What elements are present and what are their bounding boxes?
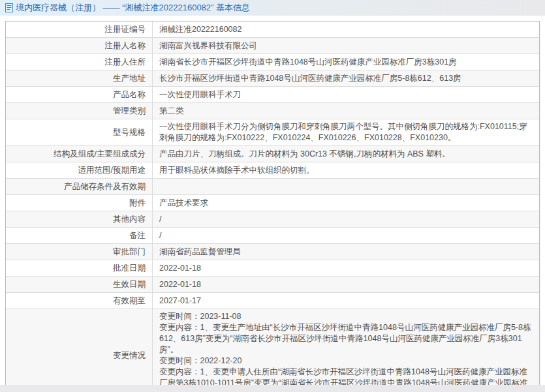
row-value: 产品由刀片、刀柄组成。刀片的材料为 30Cr13 不锈钢,刀柄的材料为 ABS … xyxy=(153,146,539,162)
page-header: 境内医疗器械（注册） —— “湘械注准20222160082” 基本信息 xyxy=(0,0,545,16)
row-value-text: 第二类 xyxy=(159,106,184,117)
row-value-text: / xyxy=(159,214,161,225)
row-label: 产品储存条件及有效期 xyxy=(6,179,153,194)
row-value-text: 变更时间：2023-11-08 变更内容：1、变更生产地址由“长沙市开福区沙坪街… xyxy=(159,311,533,392)
row-label: 备注 xyxy=(6,228,153,243)
row-label-text: 变更情况 xyxy=(113,350,146,361)
row-value-text: / xyxy=(159,230,161,241)
row-label-text: 审批部门 xyxy=(113,247,146,258)
bottom-strip xyxy=(0,385,545,392)
table-row: 适用范围/预期用途 用于眼科晶状体摘除手术中软组织的切割。 xyxy=(6,162,539,178)
row-label-text: 注册人名称 xyxy=(105,40,146,52)
row-value: 第二类 xyxy=(153,103,539,119)
row-value-text: 2022-01-18 xyxy=(159,279,201,290)
table-row: 审批部门 湖南省药品监督管理局 xyxy=(6,243,539,260)
row-label: 审批部门 xyxy=(6,244,153,260)
row-value-text: 产品由刀片、刀柄组成。刀片的材料为 30Cr13 不锈钢,刀柄的材料为 ABS … xyxy=(159,149,450,160)
row-value: 2022-01-18 xyxy=(153,277,539,292)
row-label-text: 适用范围/预期用途 xyxy=(78,165,146,176)
table-row: 管理类别 第二类 xyxy=(6,102,539,119)
table-row: 有效期至 2027-01-17 xyxy=(6,292,539,309)
row-value-text: 产品技术要求 xyxy=(159,198,208,209)
row-label: 结构及组成/主要组成成分 xyxy=(6,146,153,162)
row-label-text: 批准日期 xyxy=(113,263,146,274)
row-value: 变更时间：2023-11-08 变更内容：1、变更生产地址由“长沙市开福区沙坪街… xyxy=(153,309,539,392)
table-row: 生产地址 长沙市开福区沙坪街道中青路1048号山河医药健康产业园标准厂房5-8栋… xyxy=(6,70,539,86)
row-value: 产品技术要求 xyxy=(153,195,539,211)
row-value-text: 湖南富兴视界科技有限公司 xyxy=(159,40,257,52)
table-row: 型号规格 一次性使用眼科手术刀分为侧切角膜刀和穿刺角膜刀两个型号。其中侧切角膜刀… xyxy=(6,119,539,145)
row-value: 湘械注准20222160082 xyxy=(153,22,539,37)
table-row: 结构及组成/主要组成成分 产品由刀片、刀柄组成。刀片的材料为 30Cr13 不锈… xyxy=(6,145,539,162)
row-value: / xyxy=(153,228,539,243)
row-value-text: 湖南省药品监督管理局 xyxy=(159,247,241,258)
row-label: 生效日期 xyxy=(6,277,153,292)
registration-info-table: 注册证编号 湘械注准20222160082 注册人名称 湖南富兴视界科技有限公司… xyxy=(5,21,540,392)
row-label-text: 有效期至 xyxy=(113,295,146,307)
row-label-text: 生产地址 xyxy=(113,73,146,84)
table-row: 变更情况 变更时间：2023-11-08 变更内容：1、变更生产地址由“长沙市开… xyxy=(6,309,539,392)
row-label: 批准日期 xyxy=(6,260,153,276)
row-value-text: 一次性使用眼科手术刀分为侧切角膜刀和穿刺角膜刀两个型号。其中侧切角膜刀的规格为:… xyxy=(159,121,533,143)
row-value: 一次性使用眼科手术刀 xyxy=(153,87,539,102)
row-label: 其他内容 xyxy=(6,211,153,227)
row-label: 变更情况 xyxy=(6,309,153,392)
row-value-text: 长沙市开福区沙坪街道中青路1048号山河医药健康产业园标准厂房5-8栋612、6… xyxy=(159,73,461,84)
row-label: 适用范围/预期用途 xyxy=(6,162,153,178)
row-value-text: 2027-01-17 xyxy=(159,295,201,307)
row-label: 注册人名称 xyxy=(6,38,153,53)
row-label-text: 注册证编号 xyxy=(105,24,146,35)
row-value-text: 湖南省长沙市开福区沙坪街道中青路1048号山河医药健康产业园标准厂房3栋301房 xyxy=(159,57,457,68)
row-label: 生产地址 xyxy=(6,70,153,86)
table-row: 注册证编号 湘械注准20222160082 xyxy=(6,22,539,37)
table-row: 附件 产品技术要求 xyxy=(6,194,539,211)
row-label: 型号规格 xyxy=(6,119,153,145)
row-value: 湖南省药品监督管理局 xyxy=(153,244,539,260)
row-label: 注册证编号 xyxy=(6,22,153,37)
table-row: 其他内容 / xyxy=(6,211,539,227)
row-label: 注册人住所 xyxy=(6,54,153,70)
row-label: 有效期至 xyxy=(6,293,153,309)
row-label-text: 管理类别 xyxy=(113,106,146,117)
row-label-text: 结构及组成/主要组成成分 xyxy=(54,149,146,160)
row-label-text: 生效日期 xyxy=(113,279,146,290)
table-row: 生效日期 2022-01-18 xyxy=(6,276,539,292)
row-value: / xyxy=(153,211,539,227)
row-label-text: 产品名称 xyxy=(113,89,146,100)
table-row: 备注 / xyxy=(6,227,539,243)
table-row: 注册人名称 湖南富兴视界科技有限公司 xyxy=(6,37,539,53)
row-value-text: 2022-01-18 xyxy=(159,263,201,274)
row-value: 2022-01-18 xyxy=(153,260,539,276)
row-label-text: 产品储存条件及有效期 xyxy=(64,181,146,192)
row-value xyxy=(153,179,539,194)
row-value: 长沙市开福区沙坪街道中青路1048号山河医药健康产业园标准厂房5-8栋612、6… xyxy=(153,70,539,86)
row-value: 一次性使用眼科手术刀分为侧切角膜刀和穿刺角膜刀两个型号。其中侧切角膜刀的规格为:… xyxy=(153,119,539,145)
row-label: 管理类别 xyxy=(6,103,153,119)
row-value: 2027-01-17 xyxy=(153,293,539,309)
table-row: 产品名称 一次性使用眼科手术刀 xyxy=(6,86,539,102)
table-row: 批准日期 2022-01-18 xyxy=(6,260,539,276)
row-value-text: 一次性使用眼科手术刀 xyxy=(159,89,241,100)
row-value-text: 用于眼科晶状体摘除手术中软组织的切割。 xyxy=(159,165,315,176)
row-label-text: 注册人住所 xyxy=(105,57,146,68)
row-value: 湖南省长沙市开福区沙坪街道中青路1048号山河医药健康产业园标准厂房3栋301房 xyxy=(153,54,539,70)
row-value: 湖南富兴视界科技有限公司 xyxy=(153,38,539,53)
row-label-text: 型号规格 xyxy=(113,127,146,138)
document-icon xyxy=(5,3,13,12)
row-label: 产品名称 xyxy=(6,87,153,102)
row-label-text: 其他内容 xyxy=(113,214,146,225)
row-label: 附件 xyxy=(6,195,153,211)
table-row: 注册人住所 湖南省长沙市开福区沙坪街道中青路1048号山河医药健康产业园标准厂房… xyxy=(6,53,539,70)
row-label-text: 备注 xyxy=(129,230,146,241)
row-value-text: 湘械注准20222160082 xyxy=(159,24,241,35)
row-label-text: 附件 xyxy=(129,198,146,209)
page-title: 境内医疗器械（注册） —— “湘械注准20222160082” 基本信息 xyxy=(16,2,250,14)
row-value: 用于眼科晶状体摘除手术中软组织的切割。 xyxy=(153,162,539,178)
table-row: 产品储存条件及有效期 xyxy=(6,178,539,194)
